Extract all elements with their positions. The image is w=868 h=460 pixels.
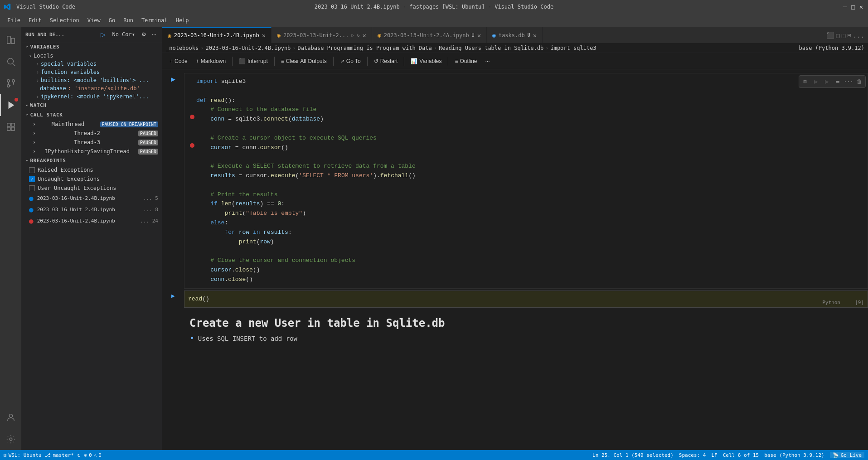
bp-dot-2: ● bbox=[29, 205, 34, 214]
restart-button[interactable]: ↺ Restart bbox=[370, 56, 402, 66]
breakpoint-user-uncaught[interactable]: User Uncaught Exceptions bbox=[22, 184, 162, 193]
git-branch-status[interactable]: ⎇ master* bbox=[45, 452, 73, 458]
cell-count-text: Cell 6 of 15 bbox=[723, 452, 759, 458]
add-code-label: Code bbox=[175, 58, 188, 64]
uncaught-exceptions-checkbox[interactable]: ✓ bbox=[29, 176, 35, 182]
cell-count-status[interactable]: Cell 6 of 15 bbox=[723, 452, 759, 458]
run-debug-play-button[interactable]: ▷ bbox=[99, 30, 107, 39]
activity-extensions[interactable] bbox=[0, 116, 22, 138]
raised-exceptions-checkbox[interactable] bbox=[29, 167, 35, 173]
variables-section-header[interactable]: › VARIABLES bbox=[22, 42, 162, 52]
close-button[interactable]: ✕ bbox=[858, 4, 864, 10]
tab-close-notebook-main[interactable]: ✕ bbox=[262, 32, 266, 39]
activity-search[interactable] bbox=[0, 51, 22, 73]
tab-close-3[interactable]: ✕ bbox=[477, 32, 481, 39]
layout-icon-5[interactable]: ... bbox=[853, 32, 864, 39]
debug-more-button[interactable]: ··· bbox=[150, 30, 158, 39]
activity-accounts[interactable] bbox=[0, 407, 22, 428]
outline-button[interactable]: ≡ Outline bbox=[451, 56, 480, 66]
layout-icon-4[interactable]: ⊟ bbox=[847, 32, 851, 39]
builtins-item[interactable]: › builtins: <module 'builtins'> ... bbox=[22, 76, 162, 84]
python-version-status[interactable]: base (Python 3.9.12) bbox=[764, 452, 824, 458]
menu-run[interactable]: Run bbox=[120, 15, 137, 25]
variables-btn-label: Variables bbox=[419, 58, 441, 64]
menu-go[interactable]: Go bbox=[105, 15, 119, 25]
tab-notebook-3[interactable]: ◉ 2023-03-13-Unit-2.4A.ipynb U ✕ bbox=[372, 27, 487, 43]
minimize-button[interactable]: ─ bbox=[842, 4, 848, 10]
locals-header[interactable]: ▾ Locals bbox=[22, 52, 162, 60]
watch-section-header[interactable]: › WATCH bbox=[22, 101, 162, 110]
layout-icon-2[interactable]: ⬚ bbox=[836, 32, 839, 39]
breadcrumb-file[interactable]: 2023-03-16-Unit-2.4B.ipynb bbox=[205, 45, 291, 51]
python-label: Python bbox=[822, 300, 840, 305]
thread-2[interactable]: › Thread-2 PAUSED bbox=[22, 129, 162, 138]
tab-notebook-2[interactable]: ◉ 2023-03-13-Unit-2... ▷ ↻ ✕ bbox=[272, 27, 372, 43]
tab-close-2[interactable]: ✕ bbox=[363, 32, 366, 39]
more-actions-button[interactable]: ··· bbox=[482, 56, 494, 66]
breadcrumb-section[interactable]: Database Programming is Program with Dat… bbox=[298, 45, 432, 51]
layout-icon-3[interactable]: ⬚ bbox=[842, 32, 845, 39]
layout-icon-1[interactable]: ⬛ bbox=[826, 32, 834, 39]
add-code-button[interactable]: + Code bbox=[166, 56, 191, 66]
activity-run-debug[interactable] bbox=[0, 94, 22, 116]
go-to-button[interactable]: ↗ Go To bbox=[336, 56, 364, 66]
special-variables-item[interactable]: › special variables bbox=[22, 60, 162, 68]
menu-file[interactable]: File bbox=[4, 15, 24, 25]
thread-3[interactable]: › Thread-3 PAUSED bbox=[22, 138, 162, 147]
thread-mainthread[interactable]: › MainThread PAUSED ON BREAKPOINT bbox=[22, 120, 162, 129]
special-vars-name: special variables bbox=[41, 61, 97, 67]
tab-close-tasks[interactable]: ✕ bbox=[533, 32, 537, 39]
menu-view[interactable]: View bbox=[84, 15, 104, 25]
breadcrumb-notebooks[interactable]: _notebooks bbox=[166, 45, 199, 51]
add-markdown-button[interactable]: + Markdown bbox=[192, 56, 229, 66]
maximize-button[interactable]: □ bbox=[850, 4, 856, 10]
activity-source-control[interactable] bbox=[0, 73, 22, 94]
breakpoint-file-3[interactable]: ● 2023-03-16-Unit-2.4B.ipynb ... 24 bbox=[22, 215, 162, 227]
breakpoint-uncaught-exceptions[interactable]: ✓ Uncaught Exceptions bbox=[22, 174, 162, 184]
menu-terminal[interactable]: Terminal bbox=[138, 15, 171, 25]
user-uncaught-checkbox[interactable] bbox=[29, 185, 35, 191]
call-stack-header[interactable]: › CALL STACK bbox=[22, 110, 162, 120]
clear-all-outputs-button[interactable]: ≡ Clear All Outputs bbox=[277, 56, 330, 66]
menu-edit[interactable]: Edit bbox=[25, 15, 45, 25]
go-live-status[interactable]: 📡 Go Live bbox=[830, 452, 864, 458]
tab-tasks-db[interactable]: ◉ tasks.db U ✕ bbox=[487, 27, 543, 43]
git-branch-name: master* bbox=[53, 452, 73, 458]
indent-status[interactable]: Spaces: 4 bbox=[679, 452, 706, 458]
cell-run-button[interactable]: ▶ bbox=[171, 75, 175, 83]
database-item[interactable]: database : 'instance/sqlite.db' bbox=[22, 84, 162, 92]
tab-notebook-main[interactable]: ◉ 2023-03-16-Unit-2.4B.ipynb ✕ bbox=[162, 27, 272, 43]
interrupt-button[interactable]: ⬛ Interrupt bbox=[235, 56, 272, 66]
tab-label-tasks-db: tasks.db bbox=[499, 32, 525, 39]
wsl-status[interactable]: ⊞ WSL: Ubuntu bbox=[4, 452, 41, 458]
cell-code-area[interactable]: ⊞ ▷ ▷ ▬ ··· 🗑 import sqlite3 bbox=[184, 73, 868, 289]
activity-settings[interactable] bbox=[0, 428, 22, 450]
breadcrumb-code[interactable]: import sqlite3 bbox=[550, 45, 596, 51]
bc-sep-4: › bbox=[545, 45, 548, 51]
function-variables-item[interactable]: › function variables bbox=[22, 68, 162, 76]
variables-button[interactable]: 📊 Variables bbox=[407, 56, 445, 66]
debug-settings-button[interactable]: ⚙ bbox=[140, 30, 148, 39]
tab-modified-3: U bbox=[472, 33, 475, 38]
breakpoints-header[interactable]: › BREAKPOINTS bbox=[22, 156, 162, 165]
breakpoint-file-2[interactable]: ● 2023-03-16-Unit-2.4B.ipynb ... 8 bbox=[22, 204, 162, 215]
menu-selection[interactable]: Selection bbox=[46, 15, 83, 25]
read-call-cell[interactable]: read() [9] Python bbox=[184, 291, 868, 308]
tab-label-notebook-2: 2023-03-13-Unit-2... bbox=[283, 32, 349, 39]
line-7-content: # Create a cursor object to execute SQL … bbox=[196, 134, 864, 143]
breakpoint-file-1[interactable]: ● 2023-03-16-Unit-2.4B.ipynb ... 5 bbox=[22, 193, 162, 204]
breakpoint-raised-exceptions[interactable]: Raised Exceptions bbox=[22, 165, 162, 174]
sync-status[interactable]: ↻ bbox=[78, 452, 81, 458]
code-line-13: # Print the results bbox=[188, 190, 864, 200]
line-ending-status[interactable]: LF bbox=[711, 452, 717, 458]
debug-config-dropdown[interactable]: No Cor▾ bbox=[109, 30, 138, 39]
menu-help[interactable]: Help bbox=[172, 15, 193, 25]
cursor-position[interactable]: Ln 25, Col 1 (549 selected) bbox=[592, 452, 674, 458]
activity-explorer[interactable] bbox=[0, 29, 22, 51]
breadcrumb-subsection[interactable]: Reading Users table in Sqlite.db bbox=[439, 45, 543, 51]
ipykernel-item[interactable]: › ipykernel: <module 'ipykernel'... bbox=[22, 92, 162, 101]
thread-ipython[interactable]: › IPythonHistorySavingThread PAUSED bbox=[22, 147, 162, 156]
errors-warnings[interactable]: ⊗ 0 △ 0 bbox=[84, 452, 102, 458]
status-bar-right: Ln 25, Col 1 (549 selected) Spaces: 4 LF… bbox=[592, 452, 864, 458]
new-user-bullet: Uses SQL INSERT to add row bbox=[189, 333, 841, 343]
